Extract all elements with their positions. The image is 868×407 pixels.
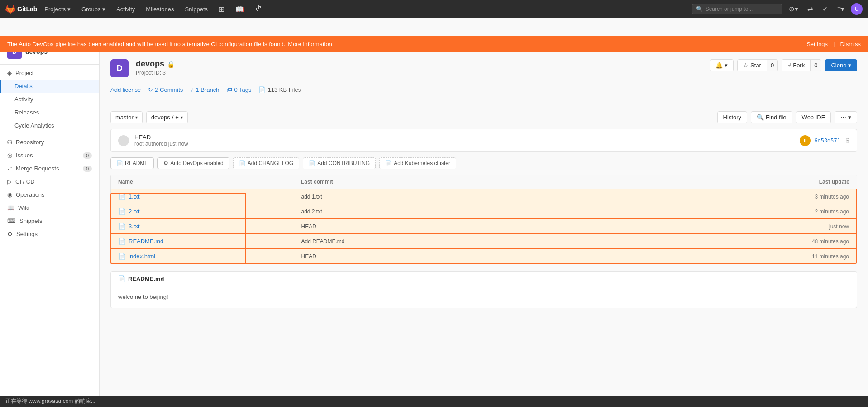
file-type-icon: 📄 (119, 223, 126, 230)
branches-link[interactable]: ⑂ 1 Branch (190, 86, 219, 93)
nav-projects[interactable]: Projects ▾ (41, 6, 74, 13)
auto-devops-button[interactable]: ⚙ Auto DevOps enabled (157, 157, 229, 169)
project-name: devops 🔒 (136, 59, 702, 69)
file-link[interactable]: index.html (129, 253, 155, 260)
sidebar-item-cycle-analytics[interactable]: Cycle Analytics (0, 119, 99, 132)
nav-extra-icons[interactable]: ⊞ (215, 5, 228, 14)
ops-icon: ◉ (7, 191, 12, 198)
fork-count[interactable]: 0 (810, 60, 821, 71)
file-rows: 📄 1.txt add 1.txt 3 minutes ago 📄 2.txt … (111, 189, 857, 264)
branch-actions: History 🔍 Find file Web IDE ⋯ ▾ (717, 111, 857, 123)
readme-button[interactable]: 📄 README (110, 157, 154, 169)
fork-label: Fork (793, 62, 805, 69)
nav-help-icon[interactable]: ?▾ (835, 5, 847, 13)
more-options-button[interactable]: ⋯ ▾ (835, 111, 857, 123)
file-link[interactable]: README.md (129, 238, 163, 245)
file-row[interactable]: 📄 1.txt add 1.txt 3 minutes ago (111, 189, 857, 204)
kubernetes-icon: 📄 (385, 160, 392, 166)
contributing-icon: 📄 (309, 160, 315, 166)
file-row[interactable]: 📄 2.txt add 2.txt 2 minutes ago (111, 204, 857, 219)
sidebar-item-releases[interactable]: Releases (0, 106, 99, 119)
commits-label: 2 Commits (155, 86, 183, 93)
dismiss-separator: | (833, 41, 835, 47)
sidebar-item-details[interactable]: Details (0, 80, 99, 93)
gear-icon: ⚙ (163, 160, 168, 166)
pipeline-status-icon[interactable]: ⏸ (800, 135, 811, 146)
fork-icon: ⑂ (787, 62, 791, 69)
path-add[interactable]: + (175, 114, 179, 121)
sidebar-item-repository[interactable]: ⛁ Repository (0, 136, 99, 149)
history-button[interactable]: History (717, 111, 747, 123)
find-file-button[interactable]: 🔍 Find file (751, 111, 792, 123)
add-changelog-button[interactable]: 📄 Add CHANGELOG (233, 157, 299, 169)
commit-author-name[interactable]: root (134, 141, 144, 147)
commits-link[interactable]: ↻ 2 Commits (148, 86, 183, 93)
meta-bar: Add license ↻ 2 Commits ⑂ 1 Branch 🏷 0 T… (110, 86, 857, 93)
nav-milestones[interactable]: Milestones (142, 6, 177, 13)
gitlab-logo[interactable]: GitLab (5, 4, 37, 14)
commit-hash[interactable]: 6d53d571 (814, 137, 840, 144)
avatar[interactable]: U (851, 3, 863, 15)
add-license-link[interactable]: Add license (110, 86, 141, 93)
file-type-icon: 📄 (119, 208, 126, 215)
file-time: 2 minutes ago (667, 208, 849, 215)
sidebar-item-activity[interactable]: Activity (0, 93, 99, 106)
sidebar-item-settings[interactable]: ⚙ Settings (0, 227, 99, 241)
add-contributing-button[interactable]: 📄 Add CONTRIBUTING (303, 157, 376, 169)
sidebar-item-merge-requests[interactable]: ⇌ Merge Requests 0 (0, 162, 99, 175)
fork-button[interactable]: ⑂ Fork (782, 60, 810, 71)
branch-selector[interactable]: master ▾ (110, 111, 143, 123)
wiki-icon: 📖 (7, 204, 14, 211)
tags-link[interactable]: 🏷 0 Tags (226, 86, 251, 93)
file-table-header: Name Last commit Last update (111, 175, 857, 189)
nav-mr-icon[interactable]: ⇌ (805, 5, 816, 13)
file-link[interactable]: 2.txt (129, 208, 140, 215)
file-row[interactable]: 📄 3.txt HEAD just now (111, 219, 857, 234)
sidebar-item-ci-cd[interactable]: ▷ CI / CD (0, 175, 99, 188)
nav-groups[interactable]: Groups ▾ (78, 6, 109, 13)
banner-link[interactable]: More information (288, 41, 332, 47)
nav-clock-icon[interactable]: ⏱ (252, 5, 266, 13)
project-header: D devops 🔒 Project ID: 3 🔔 ▾ ☆ Star 0 (110, 59, 857, 77)
sidebar-item-wiki[interactable]: 📖 Wiki (0, 201, 99, 214)
star-button[interactable]: ☆ Star (738, 60, 767, 71)
file-table-wrapper: Name Last commit Last update 📄 1.txt add… (110, 175, 857, 264)
file-name: 📄 index.html (119, 253, 301, 260)
fork-btn-group: ⑂ Fork 0 (782, 59, 821, 71)
sidebar-item-snippets[interactable]: ⌨ Snippets (0, 214, 99, 227)
nav-activity[interactable]: Activity (113, 6, 138, 13)
sidebar-item-issues[interactable]: ◎ Issues 0 (0, 149, 99, 162)
dismiss-button[interactable]: Dismiss (840, 41, 861, 47)
tags-label: 0 Tags (234, 86, 251, 93)
path-project[interactable]: devops (151, 114, 170, 121)
clone-button[interactable]: Clone ▾ (825, 59, 857, 71)
notification-button[interactable]: 🔔 ▾ (710, 59, 734, 71)
sidebar-item-project[interactable]: ◈ Project (0, 66, 99, 80)
search-box[interactable]: 🔍 Search or jump to... (692, 4, 782, 14)
sidebar-item-operations[interactable]: ◉ Operations (0, 188, 99, 201)
sidebar-snippets-label: Snippets (19, 218, 43, 224)
file-name: 📄 2.txt (119, 208, 301, 215)
file-row[interactable]: 📄 README.md Add README.md 48 minutes ago (111, 234, 857, 249)
file-time: 11 minutes ago (667, 253, 849, 260)
file-link[interactable]: 1.txt (129, 193, 140, 200)
settings-link[interactable]: Settings (806, 41, 828, 47)
nav-book-icon[interactable]: 📖 (232, 5, 248, 14)
nav-todo-icon[interactable]: ✓ (820, 5, 831, 13)
copy-hash-icon[interactable]: ⎘ (846, 137, 849, 144)
sidebar-details-label: Details (14, 83, 33, 90)
file-link[interactable]: 3.txt (129, 223, 140, 230)
star-count[interactable]: 0 (767, 60, 777, 71)
language-bar (110, 100, 857, 104)
sidebar-releases-label: Releases (14, 109, 39, 116)
web-ide-button[interactable]: Web IDE (796, 111, 831, 123)
repo-icon: ⛁ (7, 139, 12, 146)
sidebar-settings-label: Settings (16, 231, 38, 237)
add-kubernetes-button[interactable]: 📄 Add Kubernetes cluster (379, 157, 456, 169)
file-row[interactable]: 📄 index.html HEAD 11 minutes ago (111, 249, 857, 264)
nav-add-icon[interactable]: ⊕▾ (786, 5, 801, 13)
sidebar-item-label: Project (15, 70, 33, 76)
nav-snippets[interactable]: Snippets (181, 6, 211, 13)
sidebar-ci-label: CI / CD (15, 178, 35, 185)
snippets-icon: ⌨ (7, 218, 16, 224)
